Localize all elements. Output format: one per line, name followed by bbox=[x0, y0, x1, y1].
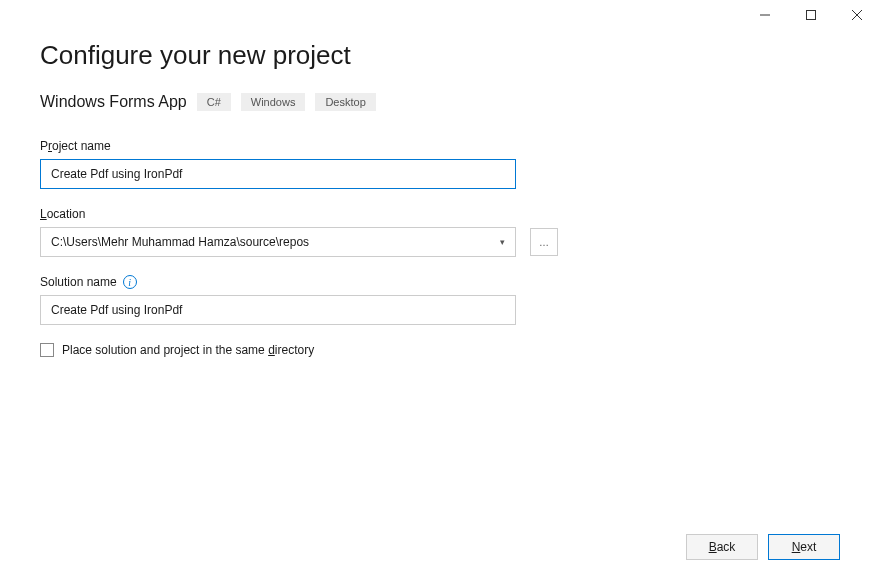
main-content: Configure your new project Windows Forms… bbox=[0, 0, 880, 357]
template-name: Windows Forms App bbox=[40, 93, 187, 111]
close-icon bbox=[852, 10, 862, 20]
project-name-input[interactable] bbox=[40, 159, 516, 189]
project-name-label: Project name bbox=[40, 139, 840, 153]
window-titlebar bbox=[742, 0, 880, 30]
minimize-button[interactable] bbox=[742, 0, 788, 30]
browse-button[interactable]: … bbox=[530, 228, 558, 256]
back-button[interactable]: Back bbox=[686, 534, 758, 560]
chevron-down-icon: ▾ bbox=[500, 237, 505, 247]
tag-type: Desktop bbox=[315, 93, 375, 111]
project-name-group: Project name bbox=[40, 139, 840, 189]
close-button[interactable] bbox=[834, 0, 880, 30]
location-label: Location bbox=[40, 207, 840, 221]
same-directory-row: Place solution and project in the same d… bbox=[40, 343, 840, 357]
svg-rect-1 bbox=[807, 11, 816, 20]
tag-language: C# bbox=[197, 93, 231, 111]
location-dropdown[interactable]: C:\Users\Mehr Muhammad Hamza\source\repo… bbox=[40, 227, 516, 257]
minimize-icon bbox=[760, 10, 770, 20]
subtitle-row: Windows Forms App C# Windows Desktop bbox=[40, 93, 840, 111]
location-value: C:\Users\Mehr Muhammad Hamza\source\repo… bbox=[51, 235, 309, 249]
same-directory-checkbox[interactable] bbox=[40, 343, 54, 357]
page-title: Configure your new project bbox=[40, 40, 840, 71]
tag-platform: Windows bbox=[241, 93, 306, 111]
maximize-button[interactable] bbox=[788, 0, 834, 30]
ellipsis-icon: … bbox=[539, 237, 549, 248]
solution-name-label: Solution name i bbox=[40, 275, 840, 289]
footer-buttons: Back Next bbox=[686, 534, 840, 560]
maximize-icon bbox=[806, 10, 816, 20]
solution-name-group: Solution name i bbox=[40, 275, 840, 325]
solution-name-input[interactable] bbox=[40, 295, 516, 325]
info-icon[interactable]: i bbox=[123, 275, 137, 289]
location-group: Location C:\Users\Mehr Muhammad Hamza\so… bbox=[40, 207, 840, 257]
same-directory-label: Place solution and project in the same d… bbox=[62, 343, 314, 357]
next-button[interactable]: Next bbox=[768, 534, 840, 560]
